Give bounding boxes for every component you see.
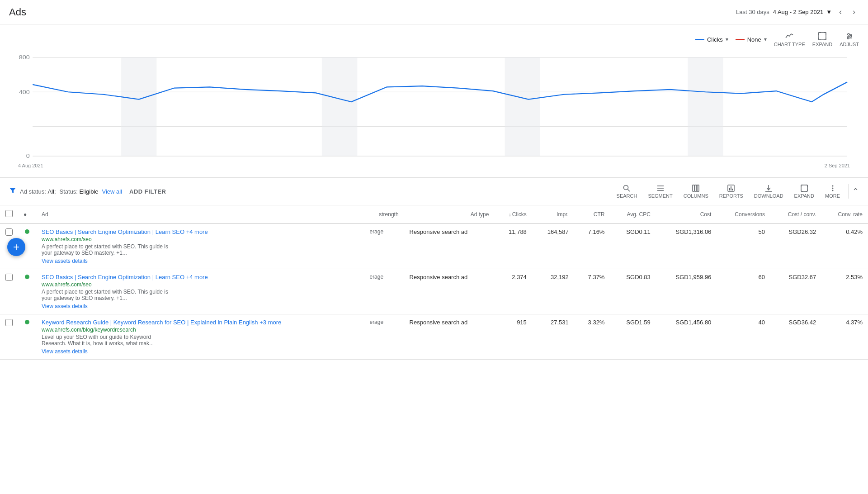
- row-avg-cpc: SGD1.59: [610, 314, 656, 360]
- date-dropdown-icon[interactable]: ▼: [826, 9, 832, 15]
- row-clicks: 915: [494, 314, 532, 360]
- ad-url: www.ahrefs.com/seo: [42, 236, 359, 242]
- col-conversions[interactable]: Conversions: [717, 205, 770, 223]
- add-filter-button[interactable]: ADD FILTER: [126, 186, 170, 197]
- ad-title-link[interactable]: SEO Basics | Search Engine Optimization …: [42, 228, 359, 235]
- view-assets-link[interactable]: View assets details: [42, 348, 359, 355]
- expand-table-icon: [800, 184, 808, 192]
- date-range-value: 4 Aug - 2 Sep 2021: [773, 9, 823, 15]
- table-body: SEO Basics | Search Engine Optimization …: [0, 223, 868, 360]
- view-assets-link[interactable]: View assets details: [42, 258, 359, 264]
- chart-svg-wrapper: 800 400 0: [9, 52, 859, 161]
- row-ctr: 7.37%: [574, 269, 610, 314]
- page-header: Ads Last 30 days 4 Aug - 2 Sep 2021 ▼ ‹ …: [0, 0, 868, 24]
- col-cost[interactable]: Cost: [656, 205, 717, 223]
- svg-text:0: 0: [26, 153, 30, 160]
- expand-table-button[interactable]: EXPAND: [790, 182, 819, 200]
- ad-title-link[interactable]: Keyword Research Guide | Keyword Researc…: [42, 319, 359, 326]
- expand-icon: [818, 32, 827, 41]
- search-button[interactable]: SEARCH: [612, 182, 642, 200]
- svg-rect-23: [693, 185, 694, 191]
- row-avg-cpc: SGD0.11: [610, 223, 656, 269]
- clicks-chevron-icon[interactable]: ▾: [726, 36, 728, 43]
- reports-icon: [727, 184, 735, 192]
- ad-title-link[interactable]: SEO Basics | Search Engine Optimization …: [42, 274, 359, 280]
- adjust-icon: [845, 32, 854, 41]
- reports-button[interactable]: REPORTS: [715, 182, 748, 200]
- row-checkbox-2[interactable]: [5, 319, 13, 326]
- columns-button[interactable]: COLUMNS: [679, 182, 713, 200]
- row-ctr: 7.16%: [574, 223, 610, 269]
- svg-text:800: 800: [19, 54, 30, 61]
- adjust-label: ADJUST: [840, 42, 859, 47]
- row-cost: SGD1,456.80: [656, 314, 717, 360]
- col-ctr[interactable]: CTR: [574, 205, 610, 223]
- status-value: Eligible: [80, 188, 99, 195]
- ad-status-label: Ad status:: [20, 188, 46, 195]
- chart-type-button[interactable]: CHART TYPE: [774, 32, 805, 47]
- row-ad-type: Responsive search ad: [404, 269, 495, 314]
- col-impr[interactable]: Impr.: [532, 205, 574, 223]
- adjust-button[interactable]: ADJUST: [840, 32, 859, 47]
- filters-bar: Ad status: All; Status: Eligible View al…: [0, 178, 868, 205]
- col-ad-type[interactable]: Ad type: [404, 205, 495, 223]
- expand-chart-button[interactable]: EXPAND: [812, 32, 832, 47]
- view-assets-link[interactable]: View assets details: [42, 303, 359, 309]
- col-strength[interactable]: strength: [364, 205, 404, 223]
- sort-icon: ↓: [509, 212, 511, 217]
- segment-button[interactable]: SEGMENT: [643, 182, 677, 200]
- row-strength: erage: [364, 314, 404, 360]
- row-conversions: 60: [717, 269, 770, 314]
- filters-right: SEARCH SEGMENT COLUMNS: [612, 182, 859, 200]
- status-dot: [25, 275, 29, 279]
- row-conv-rate: 2.53%: [821, 269, 868, 314]
- collapse-panel-button[interactable]: ⌃: [852, 186, 859, 196]
- columns-label: COLUMNS: [684, 193, 708, 199]
- row-ad-cell: SEO Basics | Search Engine Optimization …: [36, 223, 364, 269]
- table-header-row: ● Ad strength Ad type ↓Clicks Impr. CTR …: [0, 205, 868, 223]
- col-conv-rate[interactable]: Conv. rate: [821, 205, 868, 223]
- prev-date-button[interactable]: ‹: [835, 5, 845, 19]
- row-status-cell: [18, 269, 36, 314]
- svg-point-18: [624, 185, 628, 190]
- legend-clicks[interactable]: Clicks ▾: [695, 36, 728, 43]
- col-clicks[interactable]: ↓Clicks: [494, 205, 532, 223]
- svg-point-5: [850, 35, 852, 37]
- ad-desc: Level up your SEO with our guide to Keyw…: [42, 334, 177, 347]
- col-cost-conv[interactable]: Cost / conv.: [770, 205, 821, 223]
- more-button[interactable]: MORE: [821, 182, 844, 200]
- svg-rect-24: [695, 185, 697, 191]
- next-date-button[interactable]: ›: [849, 5, 859, 19]
- chart-type-label: CHART TYPE: [774, 42, 805, 47]
- svg-rect-14: [121, 57, 156, 156]
- none-chevron-icon[interactable]: ▾: [764, 36, 767, 43]
- chart-controls: Clicks ▾ None ▾ CHART TYPE EXPAND: [9, 32, 859, 47]
- line-chart: 800 400 0: [9, 52, 859, 161]
- download-button[interactable]: DOWNLOAD: [750, 182, 788, 200]
- legend-none-label: None: [747, 36, 761, 43]
- fab-add-button[interactable]: +: [7, 238, 25, 256]
- svg-point-34: [832, 188, 833, 189]
- col-ad[interactable]: Ad: [36, 205, 364, 223]
- filter-ad-status: Ad status: All;: [20, 188, 56, 195]
- table-row: Keyword Research Guide | Keyword Researc…: [0, 314, 868, 360]
- legend-none[interactable]: None ▾: [736, 36, 767, 43]
- svg-line-19: [628, 190, 630, 192]
- row-conversions: 50: [717, 223, 770, 269]
- svg-rect-17: [688, 57, 723, 156]
- row-checkbox-cell: [0, 314, 18, 360]
- row-checkbox-0[interactable]: [5, 228, 13, 236]
- row-conversions: 40: [717, 314, 770, 360]
- date-range[interactable]: 4 Aug - 2 Sep 2021 ▼: [773, 9, 832, 15]
- more-label: MORE: [825, 193, 840, 199]
- row-checkbox-1[interactable]: [5, 274, 13, 281]
- col-avg-cpc[interactable]: Avg. CPC: [610, 205, 656, 223]
- expand-label: EXPAND: [812, 42, 832, 47]
- more-icon: [829, 184, 837, 192]
- view-all-link[interactable]: View all: [102, 188, 123, 195]
- x-axis-end: 2 Sep 2021: [825, 163, 850, 168]
- row-cost: SGD1,959.96: [656, 269, 717, 314]
- svg-rect-27: [729, 188, 730, 190]
- select-all-checkbox[interactable]: [5, 210, 13, 217]
- ad-url: www.ahrefs.com/seo: [42, 281, 359, 288]
